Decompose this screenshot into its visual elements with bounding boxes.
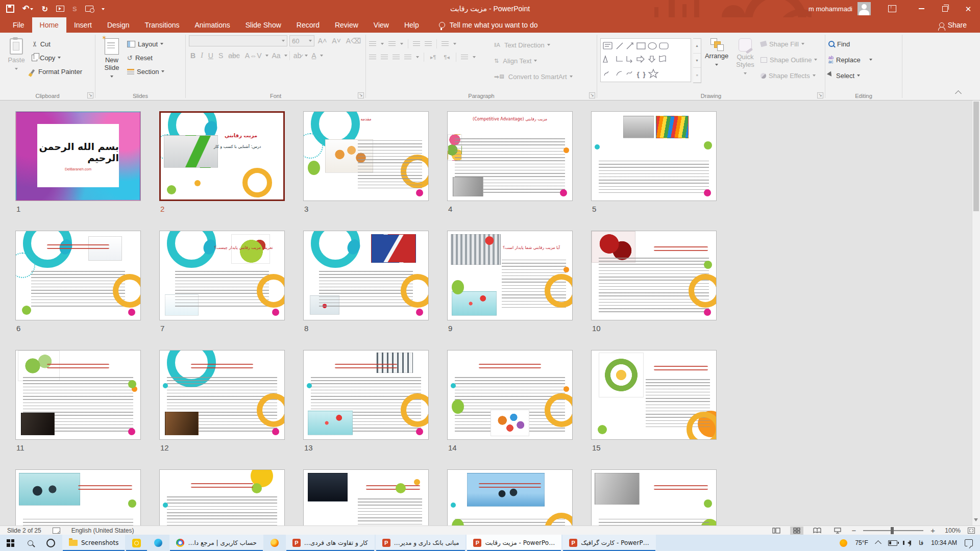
slide-thumbnail-9[interactable]: آيا مزيت رقابتي شما پايدار است؟ — [447, 231, 573, 320]
collapse-ribbon-icon[interactable] — [955, 90, 962, 97]
tab-view[interactable]: View — [366, 17, 397, 33]
slide-thumbnail-12[interactable] — [159, 350, 285, 440]
scrollbar-thumb[interactable] — [973, 102, 979, 211]
highlight-color-icon[interactable]: ab̷ — [292, 52, 303, 60]
slide-thumbnail-10[interactable] — [591, 231, 717, 320]
arrange-button[interactable]: Arrange — [703, 35, 730, 91]
slide-sorter-view-button[interactable] — [790, 527, 803, 535]
slide-thumbnail-5[interactable] — [591, 111, 717, 201]
columns-icon[interactable] — [461, 55, 468, 60]
tab-design[interactable]: Design — [100, 17, 137, 33]
tab-record[interactable]: Record — [289, 17, 327, 33]
shape-outline-button[interactable]: Shape Outline — [761, 54, 817, 65]
tell-me-box[interactable]: Tell me what you want to do — [439, 17, 538, 33]
user-avatar[interactable] — [857, 2, 871, 15]
font-name-combo[interactable] — [189, 35, 287, 46]
slide-thumbnail-11[interactable] — [15, 350, 141, 440]
tab-review[interactable]: Review — [327, 17, 366, 33]
italic-icon[interactable]: I — [199, 52, 205, 60]
new-slide-button[interactable]: New Slide — [99, 35, 125, 91]
reset-button[interactable]: ↺Reset — [127, 52, 164, 63]
slide-thumbnail-13[interactable] — [303, 350, 429, 440]
line-spacing-icon[interactable] — [442, 41, 449, 47]
slide-thumbnail-4[interactable]: مزيت رقابتي (Competitive Advantage) — [447, 111, 573, 201]
taskbar-task-ppt[interactable]: Pکار و تفاوت های فردی… — [286, 535, 375, 551]
taskbar-task-firefox[interactable] — [264, 535, 285, 551]
font-dialog-launcher-icon[interactable]: ↘ — [358, 92, 364, 98]
reading-view-button[interactable] — [811, 527, 824, 535]
rtl-direction-icon[interactable]: ¶◂ — [442, 54, 451, 61]
slide-thumbnail-7[interactable]: تعريف مزيت رقابتي پايدار چيست؟ — [159, 231, 285, 320]
tray-overflow-chevron-icon[interactable] — [875, 540, 881, 547]
character-spacing-icon[interactable]: A⇔V — [243, 52, 263, 60]
tab-slide-show[interactable]: Slide Show — [238, 17, 289, 33]
slide-thumbnail-17[interactable] — [159, 469, 285, 525]
close-button[interactable]: ✕ — [957, 0, 980, 17]
signed-in-user[interactable]: m mohammadi — [808, 5, 852, 13]
fit-to-window-icon[interactable] — [968, 528, 975, 534]
speaker-icon[interactable] — [905, 540, 911, 545]
text-direction-button[interactable]: ‖AText Direction — [493, 39, 573, 51]
slide-thumbnail-20[interactable] — [591, 469, 717, 525]
layout-button[interactable]: Layout — [127, 38, 164, 49]
start-button[interactable] — [0, 535, 21, 551]
align-center-icon[interactable] — [381, 55, 388, 60]
taskbar-task-chrome[interactable]: حساب کاربری | مرجع دا… — [169, 535, 263, 551]
taskbar-task-player[interactable] — [126, 535, 148, 551]
slide-thumbnail-3[interactable]: مقدمه — [303, 111, 429, 201]
language-status[interactable]: English (United States) — [71, 527, 134, 534]
font-color-icon[interactable]: A̲ — [310, 52, 317, 60]
convert-to-smartart-button[interactable]: ⮕▤Convert to SmartArt — [493, 71, 573, 82]
find-button[interactable]: Find — [828, 38, 872, 49]
tab-help[interactable]: Help — [397, 17, 427, 33]
clear-formatting-icon[interactable]: A⌫ — [345, 37, 362, 45]
cortana-button[interactable] — [40, 535, 62, 551]
paste-button[interactable]: Paste — [3, 35, 30, 91]
align-text-button[interactable]: ⇅Align Text — [493, 55, 573, 66]
input-language-indicator[interactable]: فا — [919, 539, 923, 546]
battery-icon[interactable] — [888, 540, 897, 546]
clock[interactable]: 10:34 AM — [931, 539, 957, 546]
change-case-icon[interactable]: Aa — [271, 52, 282, 60]
weather-sun-icon[interactable] — [840, 539, 847, 547]
tab-transitions[interactable]: Transitions — [137, 17, 187, 33]
tab-file[interactable]: File — [5, 17, 32, 33]
clipboard-dialog-launcher-icon[interactable]: ↘ — [87, 92, 93, 98]
slide-thumbnail-19[interactable] — [447, 469, 573, 525]
tab-home[interactable]: Home — [32, 17, 66, 33]
align-left-icon[interactable] — [369, 55, 376, 60]
quick-styles-button[interactable]: Quick Styles — [732, 35, 758, 91]
copy-button[interactable]: Copy — [32, 52, 82, 63]
slide-thumbnail-2[interactable]: مزيت رقابتيدرس: آشنايي با كسب و كار — [159, 111, 285, 201]
decrease-indent-icon[interactable] — [413, 41, 420, 47]
shape-effects-button[interactable]: Shape Effects — [761, 70, 817, 81]
slide-thumbnail-16[interactable] — [15, 469, 141, 525]
select-button[interactable]: Select — [828, 70, 872, 81]
slide-thumbnail-6[interactable] — [15, 231, 141, 320]
slide-thumbnail-18[interactable] — [303, 469, 429, 525]
underline-icon[interactable]: U — [207, 52, 215, 60]
zoom-slider-handle[interactable] — [891, 527, 894, 534]
shape-fill-button[interactable]: Shape Fill — [761, 38, 817, 49]
ltr-direction-icon[interactable]: ▸¶ — [429, 54, 437, 61]
tab-insert[interactable]: Insert — [66, 17, 100, 33]
tab-animations[interactable]: Animations — [187, 17, 237, 33]
zoom-out-button[interactable]: − — [851, 527, 856, 534]
action-center-icon[interactable] — [965, 539, 973, 546]
minimize-button[interactable] — [910, 0, 933, 17]
shrink-font-icon[interactable]: A˅ — [330, 37, 342, 45]
text-shadow-icon[interactable]: S — [217, 52, 225, 60]
restore-button[interactable] — [933, 0, 957, 17]
increase-indent-icon[interactable] — [425, 41, 432, 47]
paragraph-dialog-launcher-icon[interactable]: ↘ — [589, 92, 595, 98]
vertical-scrollbar[interactable] — [972, 101, 980, 525]
weather-temperature[interactable]: 75°F — [855, 539, 868, 546]
bold-icon[interactable]: B — [189, 52, 197, 60]
justify-icon[interactable] — [404, 55, 411, 60]
align-right-icon[interactable] — [393, 55, 400, 60]
zoom-in-button[interactable]: + — [930, 527, 935, 534]
scrollbar-down-arrow-icon[interactable] — [974, 518, 978, 523]
zoom-level[interactable]: 100% — [942, 527, 961, 534]
share-button[interactable]: Share — [939, 17, 980, 33]
shapes-gallery-scroll[interactable]: ▲▼≡ — [693, 38, 701, 83]
